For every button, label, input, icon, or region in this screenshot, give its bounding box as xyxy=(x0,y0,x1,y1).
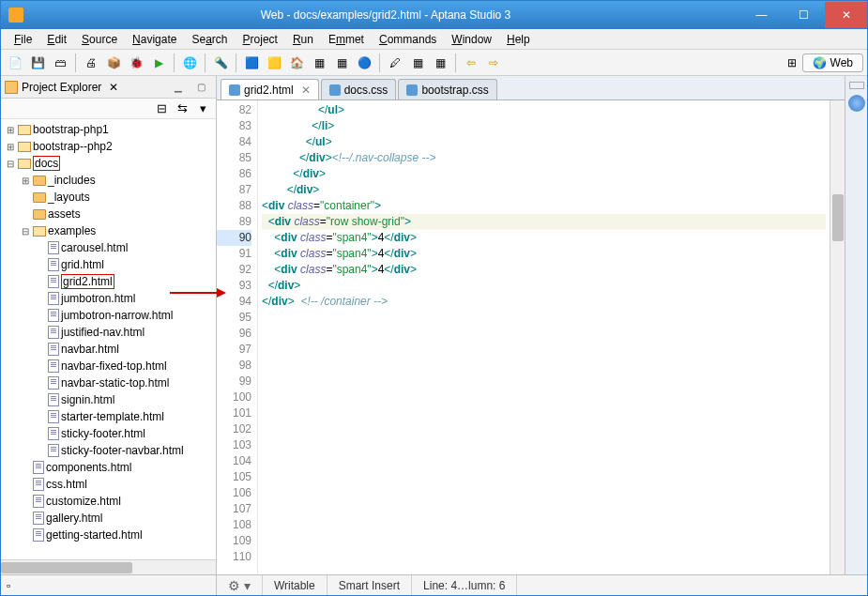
tree-file-gallery.html[interactable]: gallery.html xyxy=(16,510,216,527)
tb-c[interactable]: ▦ xyxy=(309,53,329,73)
tree-file-carousel.html[interactable]: carousel.html xyxy=(31,239,216,256)
titlebar[interactable]: Web - docs/examples/grid2.html - Aptana … xyxy=(1,1,867,29)
project-tree[interactable]: ⊞bootstrap-php1⊞bootstrap--php2⊟docs⊞_in… xyxy=(1,119,216,559)
tb-wand[interactable]: 🖊 xyxy=(385,53,405,73)
tree-file-grid.html[interactable]: grid.html xyxy=(31,256,216,273)
nav-back[interactable]: ⇦ xyxy=(461,53,481,73)
collapse-all-icon[interactable]: ⊟ xyxy=(154,101,169,116)
tb-f[interactable]: ▦ xyxy=(430,53,450,73)
tb-color[interactable]: 🔵 xyxy=(354,53,374,73)
editor-tab-bootstrap.css[interactable]: bootstrap.css xyxy=(398,79,496,99)
tree-label: sticky-footer.html xyxy=(61,427,145,440)
editor-menu-icon[interactable]: ⚙ ▾ xyxy=(217,575,263,595)
expand-icon[interactable]: ⊟ xyxy=(20,226,31,237)
minimize-button[interactable]: — xyxy=(740,2,783,28)
tb-b[interactable]: 🟨 xyxy=(264,53,284,73)
outline-view-icon[interactable] xyxy=(848,95,865,112)
tree-project-bootstrap-php1[interactable]: ⊞bootstrap-php1 xyxy=(1,121,216,138)
tree-label: docs xyxy=(33,157,60,170)
package-button[interactable]: 📦 xyxy=(103,53,124,73)
new-button[interactable]: 📄 xyxy=(5,53,25,73)
tree-folder-examples[interactable]: ⊟examples xyxy=(16,222,216,239)
tree-file-getting-started.html[interactable]: getting-started.html xyxy=(16,527,216,543)
tree-hscrollbar[interactable] xyxy=(1,559,216,574)
browser-button[interactable]: 🌐 xyxy=(179,53,200,73)
tree-file-navbar-static-top.html[interactable]: navbar-static-top.html xyxy=(31,374,216,391)
dock-restore-icon[interactable] xyxy=(849,82,864,89)
minimize-view-icon[interactable]: ▁ xyxy=(167,82,190,92)
open-perspective-button[interactable]: ⊞ xyxy=(782,53,802,73)
tb-e[interactable]: ▦ xyxy=(407,53,428,73)
tree-file-components.html[interactable]: components.html xyxy=(16,459,216,476)
editor-area: 8283848586878889909192939495969798991001… xyxy=(217,100,845,574)
menu-project[interactable]: Project xyxy=(236,31,285,48)
window-title: Web - docs/examples/grid2.html - Aptana … xyxy=(31,8,740,22)
menu-search[interactable]: Search xyxy=(184,31,235,48)
toolbar: 📄 💾 🗃 🖨 📦 🐞 ▶ 🌐 🔦 🟦 🟨 🏠 ▦ ▦ 🔵 🖊 ▦ ▦ ⇦ ⇨ … xyxy=(1,50,867,76)
expand-icon[interactable]: ⊟ xyxy=(5,159,16,169)
print-button[interactable]: 🖨 xyxy=(81,53,101,73)
tree-file-css.html[interactable]: css.html xyxy=(16,476,216,493)
editor-tab-docs.css[interactable]: docs.css xyxy=(321,79,397,99)
menu-help[interactable]: Help xyxy=(499,31,538,48)
tb-d[interactable]: ▦ xyxy=(331,53,352,73)
save-button[interactable]: 💾 xyxy=(27,53,48,73)
tree-file-customize.html[interactable]: customize.html xyxy=(16,493,216,510)
menu-source[interactable]: Source xyxy=(74,31,125,48)
tree-folder-_includes[interactable]: ⊞_includes xyxy=(16,172,216,189)
tree-label: customize.html xyxy=(46,495,121,508)
menu-file[interactable]: File xyxy=(7,31,39,48)
tab-close-icon[interactable]: ✕ xyxy=(301,84,311,97)
folder-icon xyxy=(18,142,31,152)
editor-vscrollbar[interactable] xyxy=(830,100,845,574)
file-icon xyxy=(406,84,418,96)
tree-label: sticky-footer-navbar.html xyxy=(61,444,184,457)
tree-file-grid2.html[interactable]: grid2.html xyxy=(31,273,216,290)
menu-navigate[interactable]: Navigate xyxy=(125,31,184,48)
nav-fwd[interactable]: ⇨ xyxy=(483,53,504,73)
tree-label: gallery.html xyxy=(46,512,102,525)
tree-label: assets xyxy=(48,207,81,221)
explorer-close-icon[interactable]: ✕ xyxy=(105,81,122,94)
tree-file-signin.html[interactable]: signin.html xyxy=(31,391,216,408)
perspective-web[interactable]: 🌍 Web xyxy=(802,53,863,72)
tree-file-sticky-footer.html[interactable]: sticky-footer.html xyxy=(31,425,216,442)
bug-button[interactable]: 🐞 xyxy=(126,53,146,73)
code-editor[interactable]: </ul> </li> </ul> </div><!--/.nav-collap… xyxy=(258,100,830,574)
tree-label: getting-started.html xyxy=(46,528,143,542)
folder-icon xyxy=(33,192,46,203)
close-button[interactable]: ✕ xyxy=(825,2,867,28)
menu-commands[interactable]: Commands xyxy=(372,31,444,48)
maximize-view-icon[interactable]: ▢ xyxy=(190,82,212,92)
file-icon xyxy=(48,275,59,288)
tree-project-bootstrap--php2[interactable]: ⊞bootstrap--php2 xyxy=(1,138,216,155)
run-button[interactable]: ▶ xyxy=(148,53,169,73)
tree-folder-_layouts[interactable]: _layouts xyxy=(16,189,216,206)
link-editor-icon[interactable]: ⇆ xyxy=(175,101,190,116)
tree-file-jumbotron.html[interactable]: jumbotron.html xyxy=(31,290,216,307)
editor-tab-grid2.html[interactable]: grid2.html✕ xyxy=(221,79,319,99)
tree-file-starter-template.html[interactable]: starter-template.html xyxy=(31,408,216,425)
tree-file-jumbotron-narrow.html[interactable]: jumbotron-narrow.html xyxy=(31,307,216,324)
tree-file-justified-nav.html[interactable]: justified-nav.html xyxy=(31,324,216,341)
menu-window[interactable]: Window xyxy=(444,31,499,48)
tree-folder-assets[interactable]: assets xyxy=(16,206,216,222)
search-button[interactable]: 🔦 xyxy=(210,53,231,73)
maximize-button[interactable]: ☐ xyxy=(783,2,825,28)
quick-access-icon[interactable]: ▫ xyxy=(7,579,10,592)
saveall-button[interactable]: 🗃 xyxy=(50,53,70,73)
tree-file-navbar.html[interactable]: navbar.html xyxy=(31,341,216,358)
menu-emmet[interactable]: Emmet xyxy=(321,31,372,48)
tree-project-docs[interactable]: ⊟docs xyxy=(1,155,216,172)
expand-icon[interactable]: ⊞ xyxy=(20,176,31,186)
view-menu-icon[interactable]: ▾ xyxy=(195,101,210,116)
tab-label: grid2.html xyxy=(244,84,294,97)
expand-icon[interactable]: ⊞ xyxy=(5,125,16,135)
expand-icon[interactable]: ⊞ xyxy=(5,142,16,152)
tb-a[interactable]: 🟦 xyxy=(241,53,262,73)
tb-home[interactable]: 🏠 xyxy=(286,53,307,73)
menu-run[interactable]: Run xyxy=(285,31,321,48)
tree-file-sticky-footer-navbar.html[interactable]: sticky-footer-navbar.html xyxy=(31,442,216,459)
menu-edit[interactable]: Edit xyxy=(39,31,74,48)
tree-file-navbar-fixed-top.html[interactable]: navbar-fixed-top.html xyxy=(31,358,216,374)
